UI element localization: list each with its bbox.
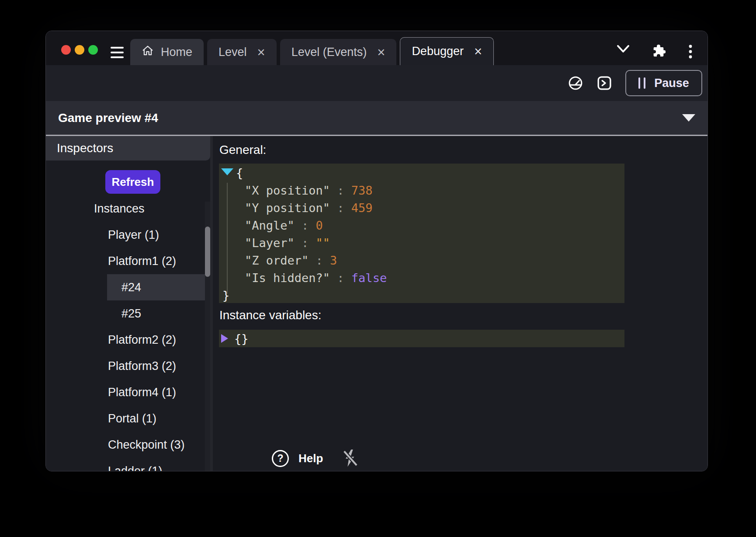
inspectors-header-label: Inspectors — [57, 141, 113, 155]
tab-home[interactable]: Home — [130, 39, 204, 65]
tab-close-icon[interactable]: × — [377, 45, 385, 59]
refresh-button[interactable]: Refresh — [105, 170, 160, 194]
console-icon[interactable] — [596, 75, 612, 91]
pause-icon — [638, 77, 645, 89]
extensions-puzzle-icon[interactable] — [652, 44, 666, 59]
app-window: Home Level × Level (Events) × Debugger × — [45, 31, 708, 471]
home-icon — [142, 45, 154, 60]
sidebar-item-player-1[interactable]: Player (1) — [108, 226, 159, 244]
json-indent-guide — [227, 183, 228, 294]
maximize-window-button[interactable] — [88, 45, 98, 55]
sidebar-item-platform4-1[interactable]: Platform4 (1) — [108, 384, 176, 401]
tab-close-icon[interactable]: × — [257, 45, 265, 59]
general-json-view: {"X position" : 738"Y position" : 459"An… — [219, 164, 624, 303]
tab-level[interactable]: Level × — [207, 39, 277, 65]
tab-debugger[interactable]: Debugger × — [400, 37, 494, 65]
sidebar-tree-item-label: Ladder (1) — [108, 464, 163, 472]
sidebar-tree-item-label: #25 — [121, 307, 141, 321]
hamburger-menu-icon[interactable] — [111, 47, 124, 59]
help-label[interactable]: Help — [298, 452, 323, 465]
sidebar-tree-item-label: Platform2 (2) — [108, 333, 176, 347]
sidebar-item-platform2-2[interactable]: Platform2 (2) — [108, 331, 176, 349]
sidebar-item-platform3-2[interactable]: Platform3 (2) — [108, 357, 176, 375]
sidebar-tree-item-label: Platform4 (1) — [108, 386, 176, 399]
tab-label: Home — [161, 45, 192, 59]
tab-label: Debugger — [412, 45, 464, 58]
instance-variables-label: Instance variables: — [219, 308, 321, 322]
json-open-brace-line: { — [219, 164, 624, 182]
json-row-layer: "Layer" : "" — [219, 234, 624, 252]
json-row-y-position: "Y position" : 459 — [219, 199, 624, 217]
sidebar-tree-item-label: Instances — [94, 202, 145, 216]
variables-empty-object: {} — [234, 332, 249, 345]
sidebar-item-platform1-2[interactable]: Platform1 (2) — [108, 252, 176, 270]
sidebar-item-ladder-1[interactable]: Ladder (1) — [108, 462, 163, 471]
inspector-panel: General: {"X position" : 738"Y position"… — [213, 136, 707, 471]
json-row-is-hidden: "Is hidden?" : false — [219, 269, 624, 287]
dropdown-caret-icon — [682, 114, 695, 122]
pause-button-label: Pause — [654, 77, 689, 90]
sidebar-item-portal-1[interactable]: Portal (1) — [108, 410, 156, 427]
json-row-angle: "Angle" : 0 — [219, 217, 624, 234]
game-preview-title: Game preview #4 — [58, 111, 158, 125]
expand-right-icon[interactable] — [221, 334, 228, 343]
sidebar-tree-item-label: Platform1 (2) — [108, 255, 176, 268]
tab-label: Level — [218, 45, 247, 59]
tab-level-events[interactable]: Level (Events) × — [280, 39, 397, 65]
inspectors-header: Inspectors — [46, 136, 210, 160]
json-row-x-position: "X position" : 738 — [219, 182, 624, 199]
tab-label: Level (Events) — [291, 45, 367, 59]
minimize-window-button[interactable] — [75, 45, 84, 55]
title-bar: Home Level × Level (Events) × Debugger × — [46, 31, 707, 65]
collapse-down-icon[interactable] — [221, 168, 233, 175]
help-row: ? Help — [272, 448, 359, 468]
instance-variables-json-view: {} — [219, 330, 624, 347]
pause-button[interactable]: Pause — [625, 70, 702, 96]
sidebar-tree-item-label: Checkpoint (3) — [108, 438, 185, 452]
debugger-content: Inspectors Refresh Instances Player (1) … — [46, 136, 707, 471]
profiler-gauge-icon[interactable] — [568, 75, 583, 91]
sidebar-item-checkpoint-3[interactable]: Checkpoint (3) — [108, 436, 185, 453]
tab-close-icon[interactable]: × — [474, 45, 482, 58]
inspectors-sidebar: Inspectors Refresh Instances Player (1) … — [46, 136, 213, 471]
sidebar-item-24[interactable]: #24 — [121, 279, 141, 296]
more-options-kebab-icon[interactable] — [688, 44, 693, 61]
tab-strip: Home Level × Level (Events) × Debugger × — [130, 31, 494, 65]
json-close-brace-line: } — [219, 287, 624, 304]
sidebar-tree-item-label: #24 — [121, 281, 141, 294]
json-row-z-order: "Z order" : 3 — [219, 252, 624, 269]
chevron-down-icon[interactable] — [617, 45, 630, 55]
sidebar-item-instances[interactable]: Instances — [94, 200, 145, 217]
flash-off-icon[interactable] — [341, 448, 359, 468]
sidebar-tree-item-label: Platform3 (2) — [108, 359, 176, 373]
sidebar-tree-item-label: Player (1) — [108, 228, 159, 242]
debugger-toolbar: Pause — [46, 65, 707, 101]
sidebar-item-25[interactable]: #25 — [121, 305, 141, 322]
help-icon[interactable]: ? — [272, 450, 289, 467]
game-preview-selector[interactable]: Game preview #4 — [46, 101, 707, 136]
general-section-label: General: — [219, 143, 266, 157]
close-window-button[interactable] — [61, 45, 71, 55]
sidebar-tree-item-label: Portal (1) — [108, 412, 156, 425]
sidebar-scrollbar-thumb[interactable] — [205, 227, 210, 277]
